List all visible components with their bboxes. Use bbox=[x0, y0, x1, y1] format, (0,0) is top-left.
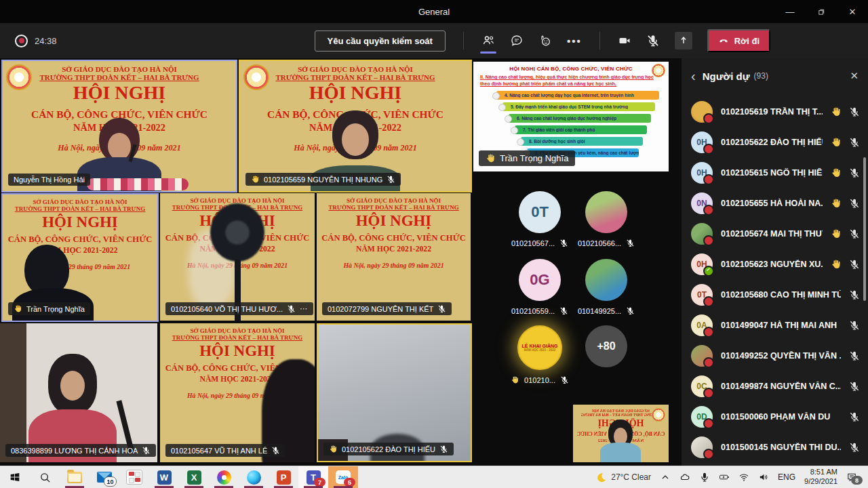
share-screen-icon[interactable] bbox=[675, 32, 692, 49]
mic-muted-icon[interactable] bbox=[849, 106, 860, 117]
participant-row[interactable]: 0101500145 NGUYỄN THI DU... bbox=[691, 432, 860, 462]
participants-list: 0102105619 TRẦN THỊ T... 0H 0102105622 Đ… bbox=[682, 87, 868, 462]
participant-row[interactable]: 0T 0102105680 CAO THỊ MINH TÚ bbox=[691, 279, 860, 310]
status-badge bbox=[703, 205, 714, 216]
flowers bbox=[87, 178, 189, 190]
language-indicator[interactable]: ENG bbox=[778, 472, 795, 482]
weather-widget[interactable]: 27°C Clear bbox=[595, 472, 651, 483]
participant-row[interactable]: 0102105619 TRẦN THỊ T... bbox=[691, 96, 860, 127]
slide-heading: II. Nâng cao chất lượng, hiệu quả thực h… bbox=[480, 74, 662, 87]
leave-button[interactable]: Rời đi bbox=[707, 29, 770, 52]
participant-row[interactable]: 0N 0102105655 HÀ HOÀI NA... bbox=[691, 188, 860, 218]
tile-more-icon[interactable]: ⋯ bbox=[300, 304, 308, 313]
mic-muted-icon[interactable] bbox=[849, 350, 860, 361]
participant-row[interactable]: 0101499252 QUYỀN THỊ VÂN ... bbox=[691, 340, 860, 371]
speaker-face bbox=[108, 133, 131, 160]
tile-name-label: 0102105640 VÕ THỊ THU HƯƠ... ⋯ bbox=[165, 302, 313, 315]
video-tile-luong-thi-canh-hoa[interactable]: 0836398899 LƯƠNG THỊ CẢNH HOA bbox=[0, 323, 157, 462]
participant-row[interactable]: 0C 0101499874 NGUYỄN VĂN C... bbox=[691, 371, 860, 401]
word-icon[interactable]: W bbox=[149, 466, 179, 488]
camera-toggle-icon[interactable] bbox=[618, 34, 631, 47]
search-button[interactable] bbox=[30, 466, 60, 488]
show-hidden-icons-chevron[interactable] bbox=[660, 472, 671, 483]
poster-avatar: LỄ KHAI GIẢNG NĂM HỌC 2021 - 2022 bbox=[517, 325, 562, 370]
tile-name-label: 0102105647 VŨ THỊ ANH LÊ bbox=[165, 444, 285, 457]
status-badge bbox=[703, 388, 714, 399]
paint-icon[interactable] bbox=[209, 466, 239, 488]
video-tile-nguyen-thi-nhung[interactable]: SỞ GIÁO DỤC ĐÀO TẠO HÀ NỘI TRƯỜNG THPT Đ… bbox=[239, 60, 472, 192]
participants-title: Người dự bbox=[703, 70, 750, 82]
chat-icon[interactable] bbox=[510, 34, 524, 47]
video-tile-vo-thi-thu-huong[interactable]: SỞ GIÁO DỤC ĐÀO TẠO HÀ NỘI TRƯỜNG THPT Đ… bbox=[160, 193, 315, 321]
teams-icon[interactable]: T7 bbox=[298, 466, 328, 488]
video-tile-tran-trong-nghia[interactable]: SỞ GIÁO DỤC ĐÀO TẠO HÀ NỘI TRƯỜNG THPT Đ… bbox=[1, 193, 159, 322]
avatar: 0T bbox=[691, 284, 713, 306]
participant-row[interactable]: 0H 0102105615 NGÔ THỊ HIÊN bbox=[691, 157, 860, 188]
participant-face bbox=[60, 371, 85, 401]
participant-row[interactable]: 0H 0102105623 NGUYỄN XU... bbox=[691, 249, 860, 279]
mic-muted-icon[interactable] bbox=[849, 198, 860, 209]
back-icon[interactable]: ‹ bbox=[691, 69, 696, 83]
zalo-icon[interactable]: Zalo5 bbox=[328, 466, 358, 488]
video-tile-partial[interactable]: SỞ GIÁO DỤC ĐÀO TẠO HÀ NỘI TRƯỜNG THPT Đ… bbox=[573, 405, 669, 462]
status-badge bbox=[703, 357, 714, 368]
window-title: General bbox=[0, 7, 868, 17]
mic-muted-icon[interactable] bbox=[849, 167, 860, 178]
mic-muted-icon[interactable] bbox=[849, 442, 860, 453]
tile-name-label: 0102105622 ĐÀO THỊ HIẾU bbox=[323, 443, 454, 455]
close-panel-icon[interactable]: ✕ bbox=[850, 70, 859, 82]
input-method-icon[interactable] bbox=[119, 466, 149, 488]
mic-muted-icon[interactable] bbox=[849, 411, 860, 422]
avatar: 0G bbox=[519, 259, 561, 301]
close-button[interactable]: ✕ bbox=[837, 0, 868, 23]
participants-icon[interactable] bbox=[481, 34, 495, 47]
minimize-button[interactable]: — bbox=[774, 0, 806, 23]
mic-muted-icon[interactable] bbox=[849, 259, 860, 270]
overflow-participants[interactable]: +80 bbox=[562, 325, 650, 367]
wifi-icon[interactable] bbox=[738, 472, 749, 483]
video-tile-nguyen-thi-ket[interactable]: SỞ GIÁO DỤC ĐÀO TẠO HÀ NỘI TRƯỜNG THPT Đ… bbox=[317, 193, 471, 321]
panel-scrollbar[interactable] bbox=[863, 157, 866, 301]
onedrive-icon[interactable] bbox=[679, 472, 690, 483]
start-button[interactable] bbox=[0, 466, 30, 488]
mic-muted-icon[interactable] bbox=[849, 289, 860, 300]
file-explorer-icon[interactable] bbox=[60, 466, 90, 488]
status-badge bbox=[703, 113, 714, 124]
audio-participant[interactable]: 010210566... bbox=[562, 191, 650, 247]
battery-icon[interactable] bbox=[719, 472, 730, 483]
participant-body bbox=[601, 443, 642, 462]
status-badge bbox=[703, 449, 714, 460]
video-tile-vu-thi-anh-le[interactable]: SỞ GIÁO DỤC ĐÀO TẠO HÀ NỘI TRƯỜNG THPT Đ… bbox=[160, 323, 315, 462]
mic-muted-icon[interactable] bbox=[849, 137, 860, 148]
more-options-icon[interactable]: ••• bbox=[567, 35, 582, 47]
clock[interactable]: 8:51 AM9/29/2021 bbox=[804, 468, 837, 487]
reactions-icon[interactable] bbox=[538, 34, 552, 47]
mic-muted-icon[interactable] bbox=[849, 228, 860, 239]
excel-icon[interactable]: X bbox=[179, 466, 209, 488]
powerpoint-icon[interactable]: P bbox=[269, 466, 298, 488]
volume-icon[interactable] bbox=[758, 472, 769, 483]
mic-muted-icon[interactable] bbox=[646, 34, 660, 47]
participant-row[interactable]: 0H 0102105622 ĐÀO THỊ HIẾU bbox=[691, 127, 860, 157]
mail-icon[interactable]: 10 bbox=[90, 466, 119, 488]
school-logo bbox=[6, 64, 32, 90]
participant-row[interactable]: 0D 0101500060 PHẠM VĂN DU bbox=[691, 401, 860, 432]
slide-item: 4. Nâng cao chất lượng dạy học qua inter… bbox=[496, 91, 659, 100]
status-badge bbox=[703, 296, 714, 307]
participant-row[interactable]: 0A 0101499047 HÀ THỊ MAI ANH bbox=[691, 310, 860, 340]
mic-muted-icon[interactable] bbox=[849, 381, 860, 392]
toolbar-divider bbox=[463, 32, 464, 49]
leave-label: Rời đi bbox=[734, 36, 760, 46]
audio-participant[interactable]: 010149925... bbox=[562, 259, 650, 315]
edge-icon[interactable] bbox=[239, 466, 269, 488]
screen-share-tile[interactable]: HỘI NGHỊ CÁN BỘ, CÔNG CHỨC, VIÊN CHỨC II… bbox=[473, 62, 669, 171]
participant-row[interactable]: 0102105674 MAI THỊ THUỶ bbox=[691, 218, 860, 249]
request-control-button[interactable]: Yêu cầu quyền kiểm soát bbox=[315, 30, 446, 52]
restore-button[interactable] bbox=[806, 0, 837, 23]
mic-muted-icon[interactable] bbox=[849, 320, 860, 331]
tray-mic-icon[interactable] bbox=[699, 472, 710, 483]
raised-hand-icon bbox=[831, 259, 842, 270]
video-tile-nguyen-thi-hong-hai[interactable]: SỞ GIÁO DỤC ĐÀO TẠO HÀ NỘI TRƯỜNG THPT Đ… bbox=[1, 60, 237, 192]
video-tile-dao-thi-hieu[interactable]: 0102105622 ĐÀO THỊ HIẾU bbox=[317, 323, 472, 462]
action-center-icon[interactable]: 8 bbox=[846, 472, 861, 483]
